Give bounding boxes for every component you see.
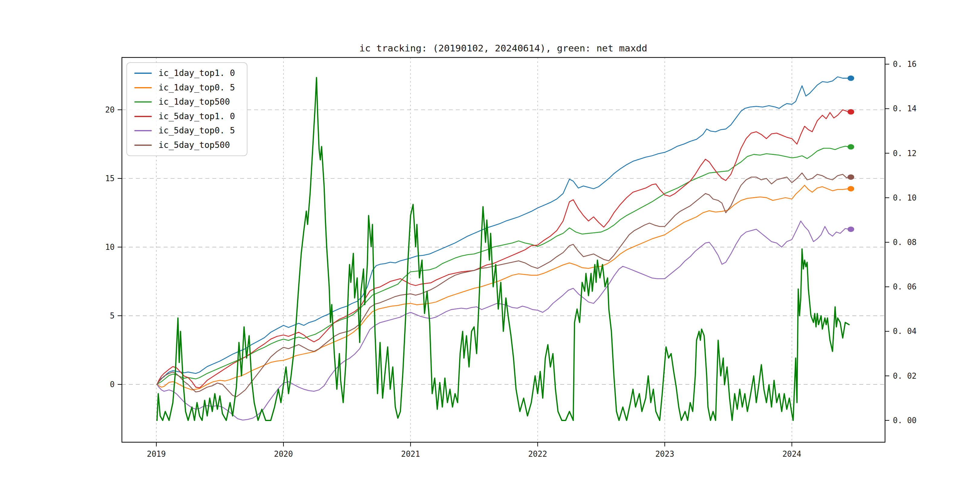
figure: ic tracking: (20190102, 20240614), green… — [0, 0, 980, 490]
series-end-dot-ic_5day_top500 — [848, 174, 854, 180]
chart-title: ic tracking: (20190102, 20240614), green… — [360, 43, 647, 54]
legend-swatch-ic_1day_top500 — [134, 101, 152, 103]
series-end-dot-ic_1day_top0.5 — [848, 186, 854, 191]
legend-item-ic_5day_top500: ic_5day_top500 — [134, 141, 240, 150]
legend-item-ic_1day_top1.0: ic_1day_top1. 0 — [134, 69, 240, 78]
series-line-ic_1day_top0.5 — [157, 185, 849, 390]
y-right-tick-label: 0. 08 — [893, 238, 916, 247]
y-right-tick-label: 0. 00 — [893, 416, 916, 425]
y-right-tick-label: 0. 12 — [893, 149, 916, 158]
legend-swatch-ic_1day_top1.0 — [134, 73, 152, 74]
legend-label: ic_5day_top500 — [159, 141, 230, 150]
y-left-tick-label: 20 — [105, 105, 115, 115]
y-left-tick-label: 0 — [110, 380, 115, 389]
legend-label: ic_1day_top500 — [159, 98, 230, 106]
series-end-dot-ic_1day_top1.0 — [848, 76, 854, 81]
series-end-dot-ic_1day_top500 — [848, 144, 854, 150]
series-line-net_maxdd — [157, 78, 849, 420]
series-end-dot-ic_5day_top0.5 — [848, 227, 854, 232]
series-line-ic_5day_top1.0 — [157, 110, 849, 388]
series-lines — [157, 76, 854, 420]
legend-swatch-ic_5day_top1.0 — [134, 116, 152, 117]
y-right-tick-label: 0. 04 — [893, 327, 916, 336]
legend-label: ic_1day_top1. 0 — [159, 69, 235, 78]
legend-label: ic_5day_top1. 0 — [159, 112, 235, 121]
series-line-ic_1day_top500 — [157, 146, 849, 385]
x-tick-label: 2024 — [783, 449, 802, 458]
series-end-dot-ic_5day_top1.0 — [848, 109, 854, 115]
series-line-ic_5day_top500 — [157, 173, 849, 397]
y-right-tick-label: 0. 14 — [893, 104, 916, 113]
legend-label: ic_1day_top0. 5 — [159, 83, 235, 92]
legend-label: ic_5day_top0. 5 — [159, 126, 235, 135]
legend-item-ic_1day_top0.5: ic_1day_top0. 5 — [134, 83, 240, 92]
x-tick-label: 2023 — [655, 449, 674, 458]
x-tick-label: 2020 — [274, 449, 293, 458]
series-line-ic_1day_top1.0 — [157, 77, 849, 385]
x-tick-label: 2019 — [147, 449, 166, 458]
legend: ic_1day_top1. 0ic_1day_top0. 5ic_1day_to… — [126, 62, 247, 156]
y-right-tick-label: 0. 06 — [893, 282, 916, 291]
legend-swatch-ic_1day_top0.5 — [134, 87, 152, 88]
x-tick-label: 2022 — [528, 449, 547, 458]
legend-swatch-ic_5day_top500 — [134, 145, 152, 146]
legend-item-ic_5day_top0.5: ic_5day_top0. 5 — [134, 126, 240, 135]
y-right-tick-label: 0. 16 — [893, 60, 916, 68]
y-left-tick-label: 15 — [105, 174, 115, 183]
legend-item-ic_1day_top500: ic_1day_top500 — [134, 98, 240, 106]
y-left-tick-label: 5 — [110, 311, 115, 320]
x-tick-label: 2021 — [401, 449, 420, 458]
legend-swatch-ic_5day_top0.5 — [134, 130, 152, 131]
y-left-tick-label: 10 — [105, 243, 115, 251]
y-right-tick-label: 0. 02 — [893, 371, 916, 380]
y-right-tick-label: 0. 10 — [893, 193, 916, 202]
legend-item-ic_5day_top1.0: ic_5day_top1. 0 — [134, 112, 240, 121]
